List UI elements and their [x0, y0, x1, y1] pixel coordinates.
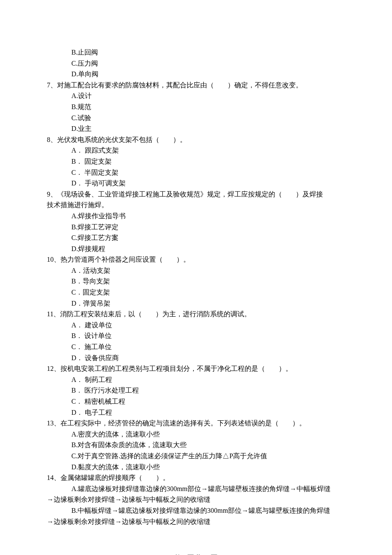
q10-option-a: A．活动支架: [47, 265, 345, 276]
q8-option-d: D． 手动可调支架: [47, 178, 345, 189]
q10-stem: 10、热力管道两个补偿器之间应设置（ ）。: [47, 254, 345, 265]
q12-option-c: C． 精密机械工程: [47, 396, 345, 407]
q9-stem-line2: 技术措施进行施焊。: [47, 199, 345, 211]
q7-option-d: D.业主: [47, 123, 345, 134]
q9-stem-line1: 9、《现场设备、工业管道焊接工程施工及验收规范》规定，焊工应按规定的（ ）及焊接: [47, 189, 345, 200]
q11-option-d: D． 设备供应商: [47, 353, 345, 364]
q7-option-b: B.规范: [47, 101, 345, 113]
q14-stem: 14、金属储罐罐底的焊接顺序（ ）。: [47, 472, 345, 483]
q10-option-c: C．固定支架: [47, 287, 345, 298]
q10-option-b: B．导向支架: [47, 276, 345, 287]
q14-option-a-line2: →边缘板剩余对接焊缝→边缘板与中幅板之间的收缩缝: [47, 494, 345, 505]
q11-stem: 11、消防工程安装结束后，以（ ）为主，进行消防系统的调试。: [47, 309, 345, 320]
q11-option-a: A． 建设单位: [47, 320, 345, 331]
q13-stem: 13、在工程实际中，经济管径的确定与流速的选择有关。下列表述错误的是（ ）。: [47, 418, 345, 429]
q9-option-c: C.焊接工艺方案: [47, 232, 345, 243]
q12-option-a: A． 制药工程: [47, 374, 345, 385]
q14-option-b-line2: →边缘板剩余对接焊缝→边缘板与中幅板之间的收缩缝: [47, 516, 345, 527]
q12-stem: 12、按机电安装工程的工程类别与工程项目划分，不属于净化工程的是（ ）。: [47, 363, 345, 374]
q12-option-d: D． 电子工程: [47, 407, 345, 418]
q8-option-a: A． 跟踪式支架: [47, 145, 345, 156]
q12-option-b: B． 医疗污水处理工程: [47, 385, 345, 396]
q9-option-a: A.焊接作业指导书: [47, 211, 345, 222]
q13-option-b: B.对含有固体杂质的流体，流速取大些: [47, 439, 345, 451]
q13-option-d: D.黏度大的流体，流速取小些: [47, 462, 345, 473]
q9-option-d: D.焊接规程: [47, 243, 345, 254]
q13-option-c: C.对于真空管路.选择的流速必须保证产生的压力降△P高于允许值: [47, 451, 345, 462]
q8-option-c: C． 半固定支架: [47, 167, 345, 178]
q6-option-c: C.压力阀: [47, 58, 345, 69]
q8-option-b: B． 固定支架: [47, 156, 345, 167]
q7-option-a: A.设计: [47, 90, 345, 101]
q14-option-a-line1: A.罐底边缘板对接焊缝靠边缘的300mm部位→罐底与罐壁板连接的角焊缝→中幅板焊…: [47, 483, 345, 494]
q14-option-b-line1: B.中幅板焊缝→罐底边缘板对接焊缝靠边缘的300mm部位→罐底与罐壁板连接的角焊…: [47, 505, 345, 516]
q10-option-d: D．弹簧吊架: [47, 298, 345, 309]
page-footer: 第 2 页 共 11 页: [47, 552, 345, 555]
q8-stem: 8、光伏发电系统的光伏支架不包括（ ）。: [47, 134, 345, 145]
q9-option-b: B.焊接工艺评定: [47, 222, 345, 233]
q13-option-a: A.密度大的流体，流速取小些: [47, 429, 345, 440]
q6-option-b: B.止回阀: [47, 47, 345, 58]
q11-option-b: B． 设计单位: [47, 330, 345, 341]
q11-option-c: C． 施工单位: [47, 341, 345, 353]
q7-option-c: C.试验: [47, 113, 345, 124]
q6-option-d: D.单向阀: [47, 69, 345, 80]
q7-stem: 7、对施工配合比有要求的防腐蚀材料，其配合比应由（ ）确定，不得任意改变。: [47, 80, 345, 91]
